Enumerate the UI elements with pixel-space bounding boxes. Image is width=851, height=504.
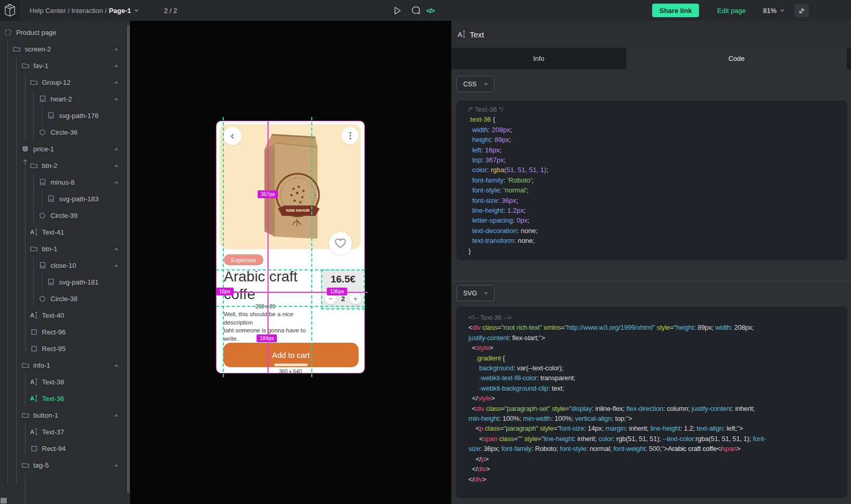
tree-guide-line	[25, 473, 26, 504]
collapse-chevron-icon[interactable]	[113, 363, 119, 370]
collapse-chevron-icon[interactable]	[113, 163, 119, 171]
code-line: /* Text-36 */	[468, 105, 847, 114]
tree-item-info-1[interactable]: info-1	[0, 357, 126, 373]
collapse-chevron-icon[interactable]	[113, 46, 119, 54]
breadcrumb-current-page[interactable]: Page-1	[109, 7, 131, 15]
zoom-control[interactable]: 81%	[763, 0, 785, 21]
folder-layer-icon	[21, 461, 29, 469]
tree-item-circle-36[interactable]: Circle-36	[0, 124, 126, 140]
layer-label: svg-path-183	[59, 195, 99, 203]
collapse-chevron-icon[interactable]	[113, 96, 119, 104]
tree-item-text-38[interactable]: AText-38	[0, 373, 126, 390]
code-line: -webkit-background-clip: text;	[468, 383, 847, 393]
tree-item-screen-2[interactable]: screen-2	[0, 41, 126, 57]
collapse-chevron-icon[interactable]	[113, 63, 119, 71]
folder-layer-icon	[21, 62, 29, 70]
code-line: <span class="" style="line-height: inher…	[468, 434, 847, 444]
layer-label: Product page	[16, 29, 56, 36]
comments-button[interactable]	[409, 0, 423, 21]
tree-item-btn-2[interactable]: btn-2	[0, 157, 126, 174]
code-line: .text-36 {	[468, 114, 847, 124]
layer-label: Text-41	[42, 228, 65, 236]
more-options-button[interactable]	[341, 127, 359, 144]
code-line: text-decoration: none;	[468, 226, 847, 236]
folder-layer-icon	[30, 245, 38, 253]
code-line: height: 89px;	[468, 135, 847, 145]
coffee-bag-image[interactable]: NABI NAHUM	[260, 133, 326, 243]
tree-item-fav-1[interactable]: fav-1	[0, 57, 126, 74]
design-canvas[interactable]: NABI NAHUM Expresso Arabic craft coffe 1…	[130, 21, 451, 504]
tree-item-text-36[interactable]: AText-36	[0, 390, 126, 407]
product-page-frame[interactable]: NABI NAHUM Expresso Arabic craft coffe 1…	[216, 121, 365, 373]
product-title[interactable]: Arabic craft coffe	[224, 268, 315, 303]
inspector-panel: A Text Info Code CSS /* Text-36 */.text-…	[451, 21, 851, 504]
favorite-button[interactable]	[329, 232, 352, 255]
code-line: justify-content: flex-start;">	[468, 333, 847, 343]
measure-badge-top: 367px	[258, 190, 278, 198]
layer-label: Circle-39	[50, 212, 78, 219]
collapse-chevron-icon[interactable]	[113, 412, 119, 420]
circle-layer-icon	[39, 128, 46, 136]
tree-item-svg-path-183[interactable]: svg-path-183	[0, 190, 126, 207]
tree-item-heart-2[interactable]: heart-2	[0, 91, 126, 107]
svg-format-dropdown[interactable]: SVG	[456, 285, 494, 301]
bag-emblem-text: NABI NAHUM	[286, 209, 309, 212]
layer-label: Text-37	[42, 428, 65, 436]
tree-item-rect-95[interactable]: Rect-95	[0, 340, 126, 357]
tree-item-tag-5[interactable]: tag-5	[0, 457, 126, 473]
css-code-block[interactable]: /* Text-36 */.text-36 { width: 208px; he…	[456, 100, 847, 260]
collapse-chevron-icon[interactable]	[113, 80, 119, 87]
tree-item-circle-38[interactable]: Circle-38	[0, 290, 126, 307]
collapse-chevron-icon[interactable]	[113, 179, 119, 187]
tab-code[interactable]: Code	[626, 48, 847, 69]
share-link-button[interactable]: Share link	[652, 4, 699, 17]
layer-label: btn-1	[42, 245, 58, 253]
css-format-dropdown[interactable]: CSS	[456, 76, 494, 92]
fullscreen-button[interactable]	[794, 4, 809, 17]
code-view-toggle[interactable]: </>	[424, 0, 437, 21]
sidebar-scroll-corner[interactable]	[1, 498, 7, 503]
collapse-chevron-icon[interactable]	[113, 146, 119, 154]
tree-item-circle-39[interactable]: Circle-39	[0, 207, 126, 224]
breadcrumb[interactable]: Help Center / Interaction / Page-1	[30, 0, 139, 21]
play-button[interactable]	[390, 0, 404, 21]
tree-item-close-10[interactable]: close-10	[0, 257, 126, 274]
back-button[interactable]	[223, 127, 242, 145]
tree-item-text-40[interactable]: AText-40	[0, 307, 126, 324]
tree-item-minus-8[interactable]: minus-8	[0, 174, 126, 190]
kebab-menu-icon	[349, 132, 351, 140]
text-layer-icon: A	[458, 31, 465, 38]
layer-label: Rect-96	[42, 328, 66, 336]
tree-item-group-12[interactable]: Group-12	[0, 74, 126, 91]
selected-element-name: Text	[469, 30, 484, 39]
app-logo[interactable]	[0, 0, 20, 21]
tree-item-button-1[interactable]: button-1	[0, 407, 126, 423]
layer-label: minus-8	[50, 178, 74, 186]
tree-item-btn-1[interactable]: btn-1	[0, 240, 126, 257]
category-tag[interactable]: Expresso	[224, 254, 263, 265]
tree-item-rect-94[interactable]: Rect-94	[0, 440, 126, 457]
tree-item-product page[interactable]: Product page	[0, 24, 126, 41]
code-line: background: var(--text-color);	[468, 363, 847, 373]
collapse-chevron-icon[interactable]	[113, 246, 119, 254]
measure-badge-bottom: 184px	[257, 334, 277, 342]
product-image-area[interactable]: NABI NAHUM	[220, 124, 361, 249]
sidebar-scrollbar[interactable]	[127, 25, 130, 493]
svg-layer-icon	[39, 95, 46, 103]
panel-scrollbar-gutter[interactable]	[847, 48, 851, 69]
collapse-chevron-icon[interactable]	[113, 462, 119, 470]
edit-page-link[interactable]: Edit page	[717, 0, 746, 21]
tree-item-svg-path-176[interactable]: svg-path-176	[0, 107, 126, 124]
rect-layer-icon	[30, 345, 38, 353]
tree-item-price-1[interactable]: price-1	[0, 140, 126, 157]
svg-code-block[interactable]: <!-- Text-36 --><div class="root rich-te…	[456, 307, 847, 498]
tree-item-text-37[interactable]: AText-37	[0, 423, 126, 440]
layer-label: Group-12	[42, 79, 71, 86]
tree-item-svg-path-181[interactable]: svg-path-181	[0, 274, 126, 290]
collapse-chevron-icon[interactable]	[113, 263, 119, 270]
tree-item-text-41[interactable]: AText-41	[0, 224, 126, 240]
home-indicator	[274, 364, 308, 366]
tab-info[interactable]: Info	[451, 48, 626, 69]
heart-icon	[335, 238, 346, 249]
tree-item-rect-96[interactable]: Rect-96	[0, 324, 126, 340]
